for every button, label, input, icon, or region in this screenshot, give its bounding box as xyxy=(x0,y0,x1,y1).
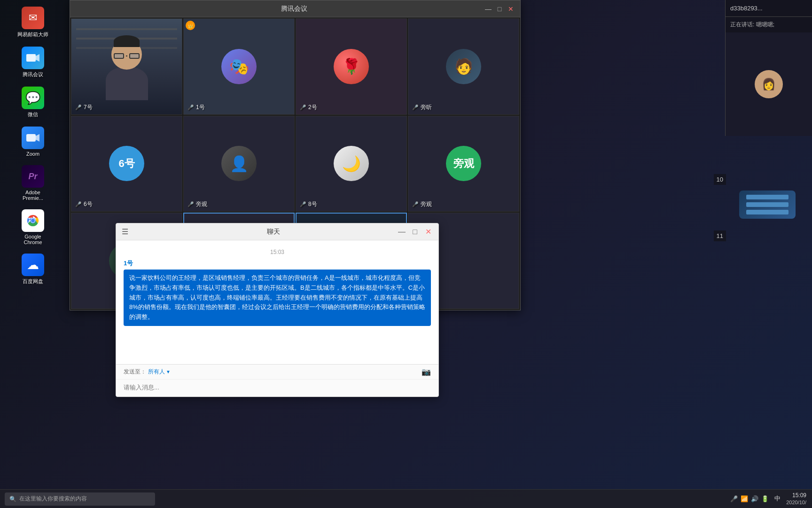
desktop: ✉ 网易邮箱大师 腾讯会议 💬 微信 xyxy=(0,0,812,508)
icon-chrome[interactable]: Google Chrome xyxy=(14,207,52,247)
taskbar-search-bar[interactable]: 🔍 在这里输入你要搜索的内容 xyxy=(5,492,155,506)
svg-point-8 xyxy=(31,219,35,222)
logo-bars xyxy=(742,191,792,218)
meeting-icon-img xyxy=(22,47,44,69)
chat-menu-icon: ☰ xyxy=(122,227,150,236)
mic-icon-1: 🎤 xyxy=(187,104,194,111)
chrome-icon-label: Google Chrome xyxy=(16,234,50,245)
video-cell-watch2: 旁观 🎤 旁观 xyxy=(408,116,519,212)
participant-label-listen1: 🎤 旁听 xyxy=(412,103,432,111)
right-username: d33b8293... xyxy=(730,5,807,12)
taskbar-search-placeholder: 在这里输入你要搜索的内容 xyxy=(19,495,87,503)
taskbar-system-icons: 🎤 📶 🔊 🔋 xyxy=(730,495,769,502)
chat-body: 15:03 1号 说一家饮料公司的王经理，是区域销售经理，负责三个城市的营销任务… xyxy=(116,240,438,364)
chat-input[interactable] xyxy=(124,381,431,393)
mail-icon-img: ✉ xyxy=(22,7,44,29)
avatar-1: 🎭 xyxy=(221,49,257,84)
video-cell-7: 🎤 7号 xyxy=(71,18,182,115)
icon-premiere[interactable]: Pr Adobe Premie... xyxy=(14,163,52,203)
chat-send-to-bar: 发送至： 所有人 ▼ 📷 xyxy=(116,365,438,380)
svg-rect-2 xyxy=(26,134,36,142)
taskbar-lang: 中 xyxy=(774,494,781,503)
zoom-icon-label: Zoom xyxy=(26,151,39,157)
chat-close-button[interactable]: ✕ xyxy=(423,227,433,237)
send-to-target[interactable]: 所有人 ▼ xyxy=(148,368,171,376)
logo-shape xyxy=(739,190,796,219)
chat-message: 1号 说一家饮料公司的王经理，是区域销售经理，负责三个城市的营销任务，A是一线城… xyxy=(124,259,431,326)
chrome-icon-img xyxy=(22,209,44,232)
speaking-status: 正在讲话: 嗯嗯嗯; xyxy=(726,17,812,32)
meeting-titlebar: 腾讯会议 — □ ✕ xyxy=(70,0,520,17)
desktop-icon-list: ✉ 网易邮箱大师 腾讯会议 💬 微信 xyxy=(0,0,66,508)
right-video-thumb: 👩 xyxy=(726,32,812,136)
taskbar-right: 🎤 📶 🔊 🔋 中 15:09 2020/10/ xyxy=(730,492,812,506)
video-cell-6: 6号 🎤 6号 xyxy=(71,116,182,212)
volume-icon: 🔊 xyxy=(751,495,758,502)
taskbar-left: 🔍 在这里输入你要搜索的内容 xyxy=(0,492,730,506)
screenshot-icon[interactable]: 📷 xyxy=(422,367,431,376)
video-cell-8: 🌙 🎤 8号 xyxy=(296,116,407,212)
right-number-1: 10 xyxy=(714,174,726,185)
premiere-icon-img: Pr xyxy=(22,165,44,188)
mic-icon-2: 🎤 xyxy=(300,104,306,111)
camera-feed-7 xyxy=(71,19,182,114)
taskbar-time: 15:09 xyxy=(786,492,806,500)
icon-wechat[interactable]: 💬 微信 xyxy=(14,85,52,120)
right-user-panel: d33b8293... 正在讲话: 嗯嗯嗯; 👩 xyxy=(725,0,812,136)
chat-footer: 发送至： 所有人 ▼ 📷 xyxy=(116,364,438,397)
participant-label-1: 🎤 1号 xyxy=(187,103,205,111)
avatar-6: 6号 xyxy=(109,146,144,181)
taskbar-date: 2020/10/ xyxy=(786,499,806,506)
mic-icon-watch2: 🎤 xyxy=(412,201,419,207)
wechat-icon-label: 微信 xyxy=(28,111,38,118)
chat-maximize-button[interactable]: □ xyxy=(410,227,420,237)
icon-baidu[interactable]: ☁ 百度网盘 xyxy=(14,252,52,287)
participant-label-2: 🎤 2号 xyxy=(300,103,317,111)
send-to-label: 发送至： xyxy=(124,368,146,376)
svg-rect-0 xyxy=(26,54,36,62)
chat-titlebar: ☰ 聊天 — □ ✕ xyxy=(116,223,438,240)
right-user-info: d33b8293... xyxy=(726,0,812,17)
taskbar: 🔍 在这里输入你要搜索的内容 🎤 📶 🔊 🔋 中 15:09 2020/10/ xyxy=(0,489,812,508)
meeting-window-controls: — □ ✕ xyxy=(484,5,515,13)
minimize-button[interactable]: — xyxy=(484,5,492,13)
chat-minimize-button[interactable]: — xyxy=(397,227,406,237)
baidu-icon-img: ☁ xyxy=(22,254,44,276)
avatar-2: 🌹 xyxy=(334,49,369,84)
chat-menu-lines[interactable]: ☰ xyxy=(122,227,128,236)
svg-marker-1 xyxy=(36,54,39,62)
icon-meeting[interactable]: 腾讯会议 xyxy=(14,45,52,80)
microphone-icon: 🎤 xyxy=(730,495,738,502)
battery-icon: 🔋 xyxy=(761,495,769,502)
video-cell-listen1: 🧑 🎤 旁听 xyxy=(408,18,519,115)
close-button[interactable]: ✕ xyxy=(507,5,515,13)
chevron-down-icon: ▼ xyxy=(166,369,171,374)
svg-marker-3 xyxy=(36,134,39,142)
chat-input-area xyxy=(116,380,438,397)
avatar-watch2: 旁观 xyxy=(446,146,481,181)
participant-label-watch2: 🎤 旁观 xyxy=(412,200,432,208)
participant-label-watch1: 🎤 旁观 xyxy=(187,200,207,208)
chat-window-controls: — □ ✕ xyxy=(397,227,433,237)
icon-mail[interactable]: ✉ 网易邮箱大师 xyxy=(14,5,52,40)
icon-zoom[interactable]: Zoom xyxy=(14,125,52,159)
right-avatar: 👩 xyxy=(755,70,783,98)
chat-title: 聊天 xyxy=(150,228,397,236)
mic-icon-8: 🎤 xyxy=(300,201,306,207)
participant-label-6: 🎤 6号 xyxy=(75,200,93,208)
mail-icon-label: 网易邮箱大师 xyxy=(17,31,48,38)
wifi-icon: 📶 xyxy=(741,495,748,502)
avatar-listener1: 🧑 xyxy=(446,49,481,84)
premiere-icon-label: Adobe Premie... xyxy=(16,190,50,201)
mic-icon-6: 🎤 xyxy=(75,201,82,207)
maximize-button[interactable]: □ xyxy=(496,5,503,13)
chat-sender: 1号 xyxy=(124,259,431,268)
logo-area xyxy=(732,186,803,223)
mic-icon-listen1: 🎤 xyxy=(412,104,419,111)
right-number-2: 11 xyxy=(714,230,726,241)
avatar-watch1: 👤 xyxy=(221,146,257,181)
video-cell-2: 🌹 🎤 2号 xyxy=(296,18,407,115)
wechat-icon-img: 💬 xyxy=(22,87,44,109)
mic-icon-watch1: 🎤 xyxy=(187,201,194,207)
chat-text: 说一家饮料公司的王经理，是区域销售经理，负责三个城市的营销任务，A是一线城市，城… xyxy=(124,270,431,326)
